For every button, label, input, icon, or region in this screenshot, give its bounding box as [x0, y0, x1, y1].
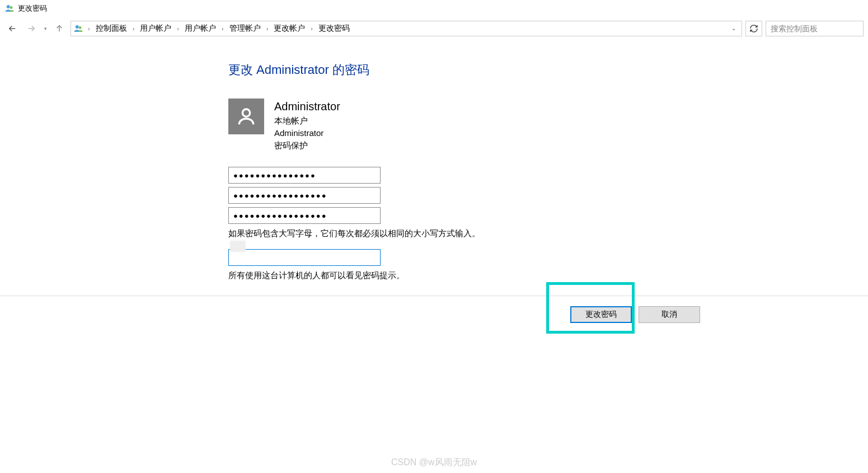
- blur-overlay: [230, 241, 246, 252]
- chevron-right-icon: ›: [263, 25, 272, 32]
- address-dropdown-icon[interactable]: ⌄: [728, 25, 739, 31]
- chevron-right-icon: ›: [218, 25, 227, 32]
- cancel-button[interactable]: 取消: [639, 306, 700, 323]
- user-role: Administrator: [274, 127, 340, 139]
- history-dropdown[interactable]: ▾: [43, 26, 48, 31]
- navbar: ▾ › 控制面板 › 用户帐户 › 用户帐户 › 管理帐户 › 更改帐户 › 更…: [0, 17, 868, 39]
- user-block: Administrator 本地帐户 Administrator 密码保护: [228, 99, 868, 151]
- password-fields: [228, 167, 868, 224]
- breadcrumb-item[interactable]: 控制面板: [95, 24, 128, 34]
- chevron-right-icon: ›: [85, 25, 93, 32]
- address-bar[interactable]: › 控制面板 › 用户帐户 › 用户帐户 › 管理帐户 › 更改帐户 › 更改密…: [71, 21, 742, 36]
- refresh-button[interactable]: [745, 21, 762, 36]
- account-type: 本地帐户: [274, 115, 340, 127]
- hint-input-wrap: [228, 239, 381, 266]
- titlebar: 更改密码: [0, 0, 868, 17]
- breadcrumb-item[interactable]: 更改密码: [317, 24, 351, 34]
- password-status: 密码保护: [274, 139, 340, 152]
- page-title: 更改 Administrator 的密码: [228, 62, 868, 78]
- svg-point-0: [7, 5, 10, 8]
- chevron-right-icon: ›: [173, 25, 182, 32]
- svg-point-2: [76, 25, 79, 29]
- caps-note: 如果密码包含大写字母，它们每次都必须以相同的大小写方式输入。: [228, 228, 868, 239]
- password-hint-input[interactable]: [228, 249, 381, 266]
- avatar: [228, 99, 264, 134]
- new-password-input[interactable]: [228, 187, 381, 204]
- forward-button[interactable]: [24, 21, 39, 36]
- svg-point-1: [10, 6, 13, 9]
- footer: 更改密码 取消: [0, 296, 868, 333]
- svg-point-3: [79, 26, 82, 29]
- search-input[interactable]: [766, 21, 864, 36]
- back-button[interactable]: [4, 21, 20, 36]
- users-icon: [4, 3, 15, 13]
- chevron-right-icon: ›: [129, 25, 138, 32]
- breadcrumb-item[interactable]: 用户帐户: [184, 24, 217, 34]
- change-password-button[interactable]: 更改密码: [570, 306, 632, 323]
- confirm-password-input[interactable]: [228, 207, 381, 224]
- user-info: Administrator 本地帐户 Administrator 密码保护: [274, 99, 340, 151]
- watermark: CSDN @w风雨无阻w: [391, 457, 477, 469]
- current-password-input[interactable]: [228, 167, 381, 184]
- svg-point-4: [242, 109, 250, 116]
- content: 更改 Administrator 的密码 Administrator 本地帐户 …: [0, 39, 868, 281]
- user-name: Administrator: [274, 99, 340, 115]
- breadcrumb-item[interactable]: 用户帐户: [139, 24, 172, 34]
- chevron-right-icon: ›: [307, 25, 316, 32]
- hint-note: 所有使用这台计算机的人都可以看见密码提示。: [228, 270, 868, 281]
- up-button[interactable]: [51, 21, 67, 36]
- breadcrumb-item[interactable]: 管理帐户: [228, 24, 262, 34]
- breadcrumb-item[interactable]: 更改帐户: [273, 24, 306, 34]
- users-icon: [73, 24, 83, 34]
- window-title: 更改密码: [18, 3, 47, 13]
